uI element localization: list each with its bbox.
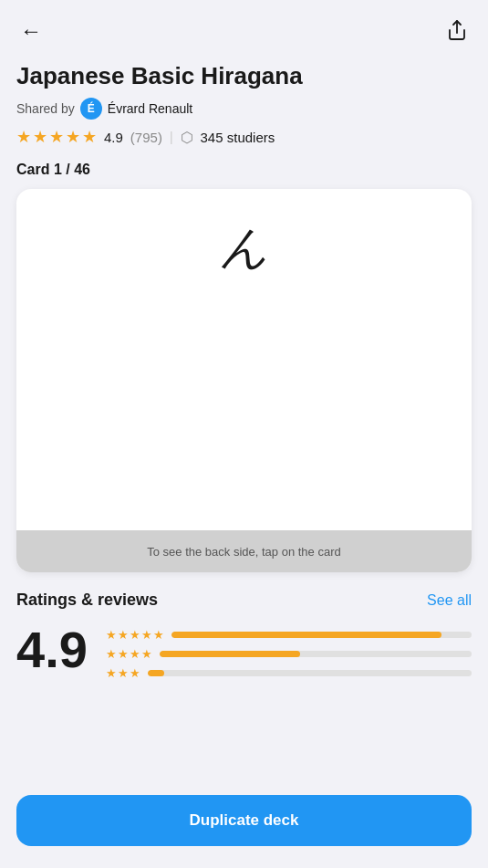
bar-star-icon: ★ <box>118 647 129 661</box>
bar-fill <box>148 670 164 676</box>
bar-stars: ★★★★ <box>106 647 152 661</box>
star-5: ★ <box>82 127 97 147</box>
shared-by-row: Shared by É Évrard Renault <box>16 98 472 120</box>
stats-row: ★ ★ ★ ★ ★ 4.9 (795) | ⬡ 345 studiers <box>16 127 472 147</box>
bar-fill <box>160 651 300 657</box>
bar-star-icon: ★ <box>106 666 117 680</box>
studiers-icon: ⬡ <box>181 129 193 146</box>
bar-star-icon: ★ <box>118 666 129 680</box>
share-icon <box>446 19 468 41</box>
author-name: Évrard Renault <box>108 101 192 116</box>
big-rating-number: 4.9 <box>16 624 88 675</box>
ratings-title: Ratings & reviews <box>16 591 158 610</box>
ratings-body: 4.9 ★★★★★★★★★★★★ <box>16 624 472 680</box>
bar-star-icon: ★ <box>141 647 152 661</box>
author-avatar: É <box>80 98 102 120</box>
back-button[interactable]: ← <box>16 15 46 47</box>
flashcard-footer: To see the back side, tap on the card <box>16 530 472 572</box>
bar-row: ★★★★ <box>106 647 472 661</box>
card-counter: Card 1 / 46 <box>16 162 472 178</box>
bar-star-icon: ★ <box>118 628 129 642</box>
deck-title: Japanese Basic Hiragana <box>16 62 472 90</box>
see-all-link[interactable]: See all <box>427 592 472 609</box>
duplicate-deck-button[interactable]: Duplicate deck <box>16 795 472 846</box>
star-1: ★ <box>16 127 31 147</box>
bottom-bar: Duplicate deck <box>0 784 488 868</box>
bar-stars: ★★★★★ <box>106 628 164 642</box>
bar-track <box>160 651 472 657</box>
bar-star-icon: ★ <box>106 628 117 642</box>
rating-count: (795) <box>130 130 162 145</box>
star-3: ★ <box>49 127 64 147</box>
bar-star-icon: ★ <box>106 647 117 661</box>
rating-bars: ★★★★★★★★★★★★ <box>106 624 472 680</box>
flashcard[interactable]: ん To see the back side, tap on the card <box>16 189 472 572</box>
tap-hint-text: To see the back side, tap on the card <box>147 545 340 559</box>
back-arrow-icon: ← <box>20 18 42 43</box>
star-rating: ★ ★ ★ ★ ★ <box>16 127 97 147</box>
bar-star-icon: ★ <box>130 628 140 642</box>
separator: | <box>170 130 173 144</box>
shared-by-label: Shared by <box>16 101 75 116</box>
star-2: ★ <box>33 127 47 147</box>
bar-star-icon: ★ <box>153 628 164 642</box>
bar-star-icon: ★ <box>130 666 140 680</box>
bar-track <box>148 670 472 676</box>
ratings-header: Ratings & reviews See all <box>16 591 472 610</box>
bar-row: ★★★ <box>106 666 472 680</box>
rating-value: 4.9 <box>104 130 123 145</box>
bar-star-icon: ★ <box>130 647 140 661</box>
bar-star-icon: ★ <box>141 628 152 642</box>
bar-track <box>171 632 472 638</box>
share-button[interactable] <box>442 16 472 47</box>
bar-stars: ★★★ <box>106 666 140 680</box>
ratings-section: Ratings & reviews See all 4.9 ★★★★★★★★★★… <box>0 591 488 680</box>
flashcard-body: ん <box>16 189 472 530</box>
bar-row: ★★★★★ <box>106 628 472 642</box>
bar-fill <box>171 632 441 638</box>
star-4: ★ <box>66 127 80 147</box>
hiragana-character: ん <box>220 216 268 280</box>
studiers-count: 345 studiers <box>201 130 275 145</box>
